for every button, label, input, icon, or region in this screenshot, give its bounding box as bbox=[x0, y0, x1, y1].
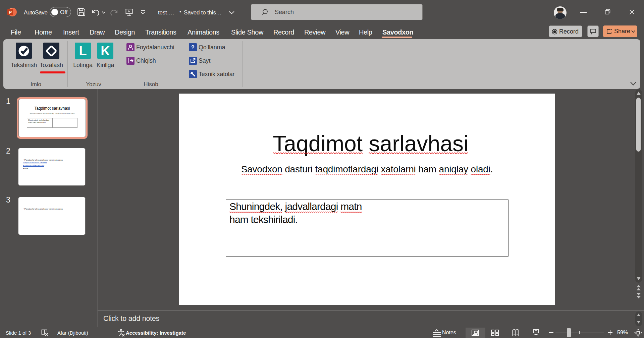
svg-text:L: L bbox=[79, 44, 87, 58]
svg-text:?: ? bbox=[191, 45, 195, 50]
svg-text:P: P bbox=[9, 10, 12, 15]
svg-text:K: K bbox=[101, 44, 110, 58]
